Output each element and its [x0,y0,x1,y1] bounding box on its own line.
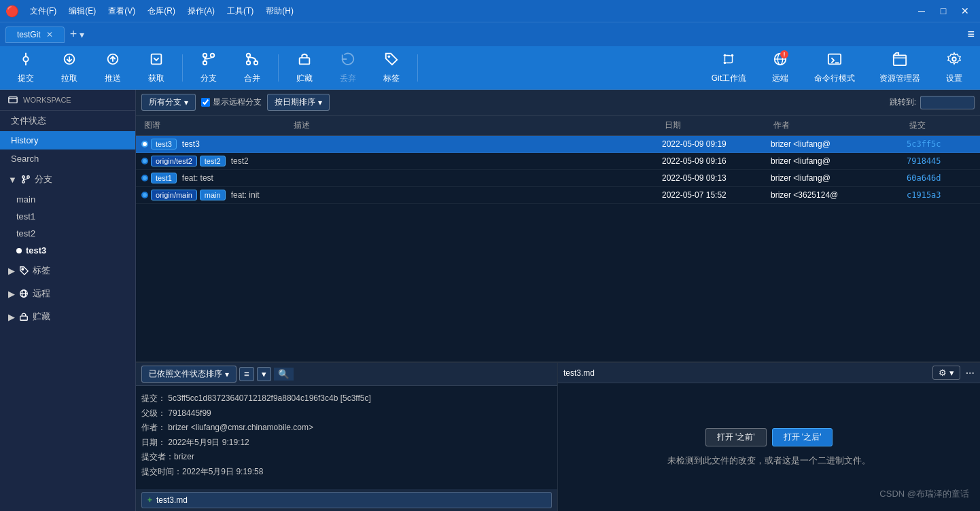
discard-icon [340,52,355,70]
stash-label: 贮藏 [33,311,50,323]
commit-time-line: 提交时间：2022年5月9日 9:19:58 [141,465,552,480]
jump-to-input[interactable] [920,96,975,109]
svg-rect-16 [300,58,310,64]
terminal-button[interactable]: 命令行模式 [803,48,866,88]
tab-close-icon[interactable]: ✕ [46,30,53,39]
push-label: 推送 [105,73,121,84]
remotes-section[interactable]: ▶ 远程 [0,282,135,305]
pull-button[interactable]: 拉取 [49,48,90,88]
menu-edit[interactable]: 编辑(E) [63,4,101,18]
tags-label: 标签 [33,264,50,277]
row3-commit: c1915a3 [907,190,975,200]
file-added-icon: + [147,495,152,505]
stash-button[interactable]: 贮藏 [284,48,325,88]
commit-icon [18,52,33,70]
show-remote-checkbox[interactable] [201,98,210,107]
tag-button[interactable]: 标签 [371,48,412,88]
sort-files-dropdown[interactable]: 已依照文件状态排序 ▾ [141,366,237,383]
branch-filter-dropdown[interactable]: 所有分支 ▾ [141,94,196,111]
settings-button[interactable]: 设置 [934,48,975,88]
show-remote-checkbox-label[interactable]: 显示远程分支 [201,96,262,108]
tag-label: 标签 [383,73,400,84]
toolbar: 提交 拉取 推送 获取 分支 合并 贮藏 [0,46,980,90]
tags-section[interactable]: ▶ 标签 [0,259,135,282]
commit-info-toolbar: 已依照文件状态排序 ▾ ≡ ▾ 🔍 [136,363,557,386]
menu-help[interactable]: 帮助(H) [260,4,299,18]
close-button[interactable]: ✕ [956,3,975,19]
sidebar-item-history[interactable]: History [0,131,135,149]
menu-file[interactable]: 文件(F) [24,4,62,18]
list-view-button[interactable]: ≡ [239,367,254,381]
discard-label: 丢弃 [340,73,356,84]
git-workflow-icon [721,52,736,70]
svg-point-8 [203,53,207,57]
branch-tag-test1: test1 [151,173,177,183]
app-logo: 🔴 [5,5,19,18]
branch-button[interactable]: 分支 [188,48,229,88]
branch-test3-label: test3 [26,245,46,256]
explorer-icon [892,52,907,70]
git-workflow-button[interactable]: Git工作流 [701,48,757,88]
open-after-button[interactable]: 打开 '之后' [772,428,833,446]
commit-info-body: 提交： 5c3ff5cc1d83723640712182f9a8804c196f… [136,386,557,489]
diff-toolbar: test3.md ⚙ ▾ ··· [558,363,980,383]
terminal-label: 命令行模式 [814,73,855,84]
branch-icon [201,52,216,70]
svg-point-32 [27,176,30,179]
stash-section[interactable]: ▶ 贮藏 [0,305,135,328]
branch-main[interactable]: main [0,191,135,208]
tree-view-button[interactable]: ▾ [257,367,271,381]
sidebar-item-search[interactable]: Search [0,149,135,168]
col-graph: 图谱 [141,118,291,133]
maximize-button[interactable]: □ [934,3,953,19]
remote-button[interactable]: ! 远端 [760,48,801,88]
table-row[interactable]: test3 test3 2022-05-09 09:19 brizer <liu… [136,136,980,153]
diff-body: 打开 '之前' 打开 '之后' 未检测到此文件的改变，或者这是一个二进制文件。 [558,383,980,511]
fetch-button[interactable]: 获取 [136,48,177,88]
menu-action[interactable]: 操作(A) [182,4,220,18]
sidebar-item-file-status[interactable]: 文件状态 [0,111,135,131]
branches-section[interactable]: ▼ 分支 [0,168,135,191]
menu-view[interactable]: 查看(V) [103,4,141,18]
search-files-button[interactable]: 🔍 [274,368,294,381]
minimize-button[interactable]: ─ [912,3,931,19]
hamburger-button[interactable]: ≡ [967,27,975,41]
fetch-icon [149,52,164,70]
commit-button[interactable]: 提交 [5,48,46,88]
remote-badge: ! [780,50,788,58]
author-line: 作者： brizer <liufang@cmsr.chinamobile.com… [141,421,552,436]
tab-menu-button[interactable]: ▾ [80,29,84,40]
diff-more-button[interactable]: ··· [966,367,975,379]
workspace-icon [8,95,18,105]
diff-settings-button[interactable]: ⚙ ▾ [932,366,960,380]
diff-buttons: 打开 '之前' 打开 '之后' [705,428,833,446]
push-button[interactable]: 推送 [92,48,133,88]
discard-button[interactable]: 丢弃 [328,48,368,88]
branch-section-icon [21,175,31,184]
row3-author: brizer <3625124@ [771,190,907,200]
table-row[interactable]: test1 feat: test 2022-05-09 09:13 brizer… [136,170,980,187]
new-tab-button[interactable]: + [70,27,77,41]
repo-tab[interactable]: testGit ✕ [5,27,65,43]
sort-chevron: ▾ [318,98,322,107]
no-change-message: 未检测到此文件的改变，或者这是一个二进制文件。 [667,455,871,467]
svg-rect-27 [894,55,906,65]
table-row[interactable]: origin/main main feat: init 2022-05-07 1… [136,187,980,204]
branch-filter-label: 所有分支 [149,96,181,108]
remotes-label: 远程 [33,287,50,300]
menu-tools[interactable]: 工具(T) [222,4,259,18]
svg-point-17 [388,55,391,58]
branch-test3[interactable]: test3 [0,242,135,259]
open-before-button[interactable]: 打开 '之前' [705,428,767,446]
table-row[interactable]: origin/test2 test2 test2 2022-05-09 09:1… [136,153,980,170]
sort-dropdown[interactable]: 按日期排序 ▾ [267,94,330,111]
menu-repo[interactable]: 仓库(R) [142,4,181,18]
branch-tag-main: main [200,190,226,200]
file-item[interactable]: + test3.md [141,492,552,508]
branch-test1[interactable]: test1 [0,208,135,225]
merge-button[interactable]: 合并 [232,48,273,88]
explorer-button[interactable]: 资源管理器 [869,48,931,88]
git-workflow-label: Git工作流 [712,73,746,84]
row0-commit: 5c3ff5c [907,139,975,149]
branch-test2[interactable]: test2 [0,225,135,242]
